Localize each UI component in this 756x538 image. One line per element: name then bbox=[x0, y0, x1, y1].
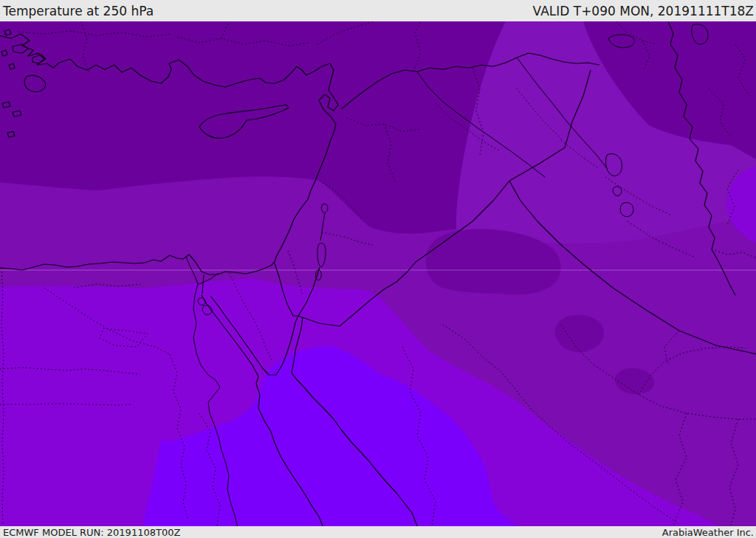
weather-map-svg bbox=[0, 21, 756, 526]
valid-time-label: VALID T+090 MON, 20191111T18Z bbox=[533, 4, 754, 18]
provider-label: ArabiaWeather Inc. bbox=[662, 527, 754, 538]
map-title: Temperature at 250 hPa bbox=[3, 4, 154, 18]
title-bar: Temperature at 250 hPa VALID T+090 MON, … bbox=[0, 0, 756, 21]
footer-bar: ECMWF MODEL RUN: 20191108T00Z ArabiaWeat… bbox=[0, 526, 756, 538]
map-area bbox=[0, 21, 756, 526]
model-run-label: ECMWF MODEL RUN: 20191108T00Z bbox=[3, 527, 180, 538]
weather-map-app: Temperature at 250 hPa VALID T+090 MON, … bbox=[0, 0, 756, 538]
